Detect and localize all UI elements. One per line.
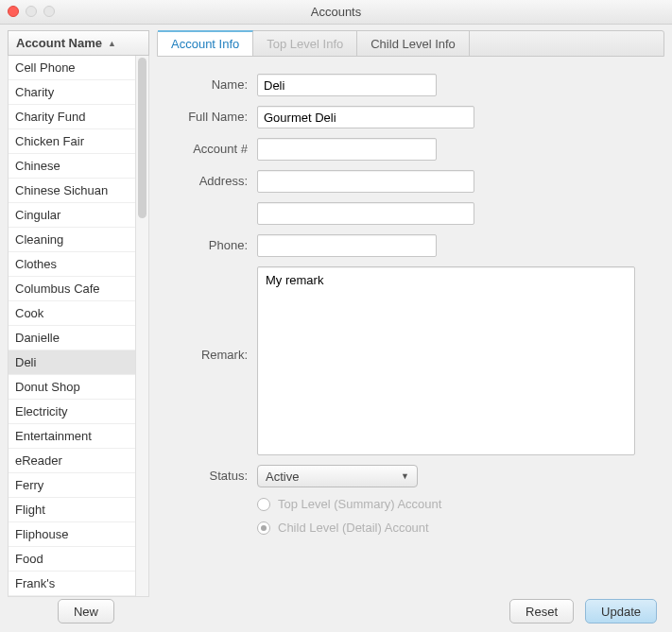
account-info-form: Name: Full Name: Account # Address: Phon… [157, 57, 664, 554]
scrollbar[interactable] [135, 56, 148, 596]
list-item[interactable]: Clothes [9, 252, 135, 277]
update-button[interactable]: Update [585, 599, 657, 623]
radio-top-level-label: Top Level (Summary) Account [278, 497, 441, 511]
radio-top-level: Top Level (Summary) Account [257, 497, 655, 511]
list-item[interactable]: Cingular [9, 203, 135, 228]
list-item[interactable]: Chinese Sichuan [9, 179, 135, 203]
window-title: Accounts [311, 5, 361, 19]
list-item[interactable]: Chicken Fair [9, 129, 135, 154]
chevron-down-icon: ▼ [401, 471, 409, 481]
sort-asc-icon: ▲ [108, 39, 116, 48]
radio-child-level-input [257, 521, 270, 535]
remark-textarea[interactable]: My remark [257, 266, 635, 455]
tab-bar: Account InfoTop Level InfoChild Level In… [157, 30, 664, 57]
list-item[interactable]: Frank's [9, 572, 135, 596]
status-select[interactable]: Active ▼ [257, 465, 418, 487]
list-item[interactable]: Flight [9, 498, 135, 522]
tab-account-info[interactable]: Account Info [158, 30, 253, 56]
list-item[interactable]: Cook [9, 301, 135, 326]
list-item[interactable]: Danielle [9, 326, 135, 350]
label-address: Address: [157, 170, 257, 188]
list-item[interactable]: Deli [9, 350, 135, 375]
sidebar-header-label: Account Name [16, 36, 102, 50]
window-controls [8, 6, 55, 17]
address2-input[interactable] [257, 202, 474, 225]
tab-top-level-info: Top Level Info [253, 31, 357, 56]
list-item[interactable]: Cell Phone [9, 56, 135, 80]
scrollbar-thumb[interactable] [138, 58, 146, 218]
label-full-name: Full Name: [157, 106, 257, 124]
status-value: Active [266, 470, 299, 484]
label-remark: Remark: [157, 266, 257, 362]
list-item[interactable]: Donut Shop [9, 375, 135, 400]
label-account-num: Account # [157, 138, 257, 156]
phone-input[interactable] [257, 234, 437, 257]
radio-top-level-input [257, 498, 270, 511]
zoom-icon[interactable] [43, 6, 55, 17]
label-phone: Phone: [157, 234, 257, 252]
list-item[interactable]: Electricity [9, 400, 135, 424]
titlebar: Accounts [0, 0, 672, 25]
list-item[interactable]: Entertainment [9, 424, 135, 449]
address1-input[interactable] [257, 170, 474, 193]
label-name: Name: [157, 74, 257, 92]
sidebar: Account Name ▲ Cell PhoneCharityCharity … [8, 30, 149, 591]
name-input[interactable] [257, 74, 437, 96]
list-item[interactable]: eReader [9, 449, 135, 473]
list-item[interactable]: Fliphouse [9, 522, 135, 547]
list-item[interactable]: Charity [9, 80, 135, 105]
reset-button[interactable]: Reset [509, 599, 574, 623]
new-button[interactable]: New [58, 599, 114, 623]
list-item[interactable]: Chinese [9, 154, 135, 179]
full-name-input[interactable] [257, 106, 474, 128]
account-num-input[interactable] [257, 138, 437, 161]
list-item[interactable]: Ferry [9, 473, 135, 498]
sidebar-header[interactable]: Account Name ▲ [8, 30, 149, 56]
list-item[interactable]: Charity Fund [9, 105, 135, 129]
label-blank [157, 202, 257, 206]
label-status: Status: [157, 465, 257, 483]
close-icon[interactable] [8, 6, 19, 17]
radio-child-level: Child Level (Detail) Account [257, 521, 655, 535]
radio-child-level-label: Child Level (Detail) Account [278, 521, 429, 535]
tab-child-level-info[interactable]: Child Level Info [357, 31, 470, 56]
list-item[interactable]: Columbus Cafe [9, 277, 135, 301]
list-item[interactable]: Cleaning [9, 228, 135, 252]
account-list[interactable]: Cell PhoneCharityCharity FundChicken Fai… [9, 56, 135, 596]
minimize-icon[interactable] [26, 6, 37, 17]
list-item[interactable]: Food [9, 547, 135, 572]
